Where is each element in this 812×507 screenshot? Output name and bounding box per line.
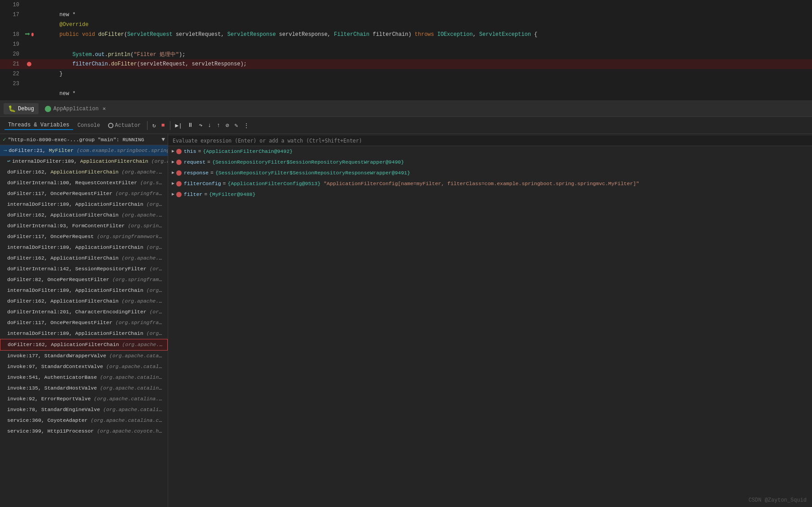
expand-filter-icon[interactable]: ▶: [172, 191, 174, 199]
code-line-24: 24 @Override: [0, 99, 812, 101]
var-request[interactable]: ▶ request = {SessionRepositoryFilter$Ses…: [168, 157, 812, 168]
stack-frame-1[interactable]: ↩ internalDoFilter:189, ApplicationFilte…: [0, 156, 168, 167]
filter-icon[interactable]: ▼: [161, 136, 165, 143]
stack-frame-2[interactable]: doFilter:162, ApplicationFilterChain (or…: [0, 167, 168, 178]
thread-check-icon: ✓: [3, 136, 6, 143]
stack-frame-21[interactable]: invoke:541, AuthenticatorBase (org.apach…: [0, 372, 168, 383]
var-filter[interactable]: ▶ filter = {MyFilter@9488}: [168, 189, 812, 200]
code-editor: 10 17 new * @Override 18 ⮕ public void d…: [0, 0, 812, 101]
var-icon-filter: [176, 192, 182, 197]
code-line-19: 19: [0, 39, 812, 49]
stack-frame-26[interactable]: service:399, Http11Processor (org.apache…: [0, 426, 168, 437]
debug-tabs-bar: 🐛 Debug AppApplication ✕: [0, 101, 812, 117]
more-btn[interactable]: ⋮: [241, 121, 252, 130]
stack-frame-8[interactable]: doFilter:117, OncePerRequest (org.spring…: [0, 231, 168, 242]
variables-panel: Evaluate expression (Enter) or add a wat…: [168, 134, 812, 507]
watermark: CSDN @Zayton_Squid: [748, 497, 807, 503]
stack-frame-11[interactable]: doFilterInternal:142, SessionRepositoryF…: [0, 264, 168, 274]
stack-frame-9[interactable]: internalDoFilter:189, ApplicationFilterC…: [0, 242, 168, 253]
tab-debug[interactable]: 🐛 Debug: [4, 103, 39, 114]
stack-frame-6[interactable]: doFilter:162, ApplicationFilterChain (or…: [0, 210, 168, 221]
tab-console[interactable]: Console: [74, 121, 104, 130]
stack-frame-20[interactable]: invoke:97, StandardContextValve (org.apa…: [0, 361, 168, 372]
var-icon-this: [176, 149, 182, 154]
code-line-17: 17 new *: [0, 10, 812, 20]
expand-request-icon[interactable]: ▶: [172, 158, 174, 166]
edit-btn[interactable]: ✎: [232, 121, 240, 130]
threads-panel: ✓ "http-nio-8090-exec-...group "main": R…: [0, 134, 168, 507]
mute-btn[interactable]: ⊘: [223, 121, 231, 130]
expand-filterconfig-icon[interactable]: ▶: [172, 180, 174, 188]
var-filterconfig[interactable]: ▶ filterConfig = {ApplicationFilterConfi…: [168, 178, 812, 189]
stack-frame-16[interactable]: doFilter:117, OncePerRequestFilter (org.…: [0, 317, 168, 328]
code-line-21: 21 filterChain.doFilter(servletRequest, …: [0, 59, 812, 69]
arrow-indicator: ⮕: [25, 31, 30, 38]
stack-frame-15[interactable]: doFilterInternal:201, CharacterEncodingF…: [0, 307, 168, 317]
step-out-btn[interactable]: ↑: [214, 121, 222, 130]
resume-btn[interactable]: ▶|: [173, 121, 185, 130]
code-line-10: 10: [0, 0, 812, 10]
var-response[interactable]: ▶ response = {SessionRepositoryFilter$Se…: [168, 168, 812, 178]
pause-btn[interactable]: ⏸: [185, 121, 195, 130]
code-line-18: 18 ⮕ public void doFilter(ServletRequest…: [0, 30, 812, 39]
breakpoint-dot: [27, 62, 31, 66]
stack-frame-10[interactable]: doFilter:162, ApplicationFilterChain (or…: [0, 253, 168, 264]
stack-frame-25[interactable]: service:360, CoyoteAdapter (org.apache.c…: [0, 415, 168, 426]
stack-frame-4[interactable]: doFilter:117, OncePerRequestFilter (org.…: [0, 188, 168, 199]
actuator-icon: [108, 123, 113, 128]
code-line-20: 20 System.out.println("Filter 処理中");: [0, 49, 812, 59]
code-line-23: 23: [0, 79, 812, 89]
var-icon-response: [176, 170, 182, 176]
expand-response-icon[interactable]: ▶: [172, 169, 174, 177]
stack-frame-19[interactable]: invoke:177, StandardWrapperValve (org.ap…: [0, 351, 168, 361]
stack-frame-18[interactable]: doFilter:162, ApplicationFilterChain (or…: [0, 339, 168, 351]
debug-panel: 🐛 Debug AppApplication ✕ Threads & Varia…: [0, 101, 812, 507]
stack-frame-14[interactable]: doFilter:162, ApplicationFilterChain (or…: [0, 296, 168, 307]
step-over-btn[interactable]: ↷: [196, 120, 204, 130]
app-icon: [45, 106, 51, 112]
stack-frame-22[interactable]: invoke:135, StandardHostValve (org.apach…: [0, 383, 168, 394]
thread-label: "http-nio-8090-exec-...group "main": RUN…: [8, 137, 160, 143]
return-arrow: ↩: [7, 157, 10, 165]
stack-frame-5[interactable]: internalDoFilter:189, ApplicationFilterC…: [0, 199, 168, 210]
code-line-22: 22 }: [0, 69, 812, 79]
stop-btn[interactable]: ■: [159, 121, 167, 130]
stack-frame-24[interactable]: invoke:78, StandardEngineValve (org.apac…: [0, 404, 168, 415]
stack-frame-13[interactable]: internalDoFilter:189, ApplicationFilterC…: [0, 285, 168, 296]
current-frame-arrow: →: [4, 147, 7, 155]
stack-frame-0[interactable]: → doFilter:21, MyFilter (com.example.spr…: [0, 145, 168, 156]
debug-toolbar: Threads & Variables Console Actuator ↻ ■…: [0, 117, 812, 134]
code-line-new2: new *: [0, 89, 812, 99]
step-into-btn[interactable]: ↓: [206, 121, 214, 130]
stack-frame-12[interactable]: doFilter:82, OncePerRequestFilter (org.s…: [0, 274, 168, 285]
tab-app-application[interactable]: AppApplication ✕: [40, 104, 110, 114]
stack-frame-3[interactable]: doFilterInternal:100, RequestContextFilt…: [0, 178, 168, 188]
code-line-override1: @Override: [0, 20, 812, 30]
tab-actuator[interactable]: Actuator: [104, 121, 144, 130]
expand-this-icon[interactable]: ▶: [172, 147, 174, 156]
tab-threads-variables[interactable]: Threads & Variables: [4, 121, 73, 130]
stack-frame-17[interactable]: internalDoFilter:189, ApplicationFilterC…: [0, 328, 168, 339]
refresh-btn[interactable]: ↻: [150, 121, 158, 130]
var-this[interactable]: ▶ this = {ApplicationFilterChain@9492}: [168, 146, 812, 157]
var-icon-filterconfig: [176, 181, 182, 186]
expression-input[interactable]: Evaluate expression (Enter) or add a wat…: [168, 136, 812, 146]
stack-frame-7[interactable]: doFilterInternal:93, FormContentFilter (…: [0, 221, 168, 231]
stack-frame-23[interactable]: invoke:92, ErrorReportValve (org.apache.…: [0, 394, 168, 404]
debug-main-content: ✓ "http-nio-8090-exec-...group "main": R…: [0, 134, 812, 507]
tab-close-icon[interactable]: ✕: [103, 105, 106, 112]
separator-1: [147, 121, 148, 130]
thread-selector[interactable]: ✓ "http-nio-8090-exec-...group "main": R…: [0, 134, 168, 145]
debug-icon: 🐛: [8, 105, 16, 113]
var-icon-request: [176, 160, 182, 165]
separator-2: [170, 121, 170, 130]
